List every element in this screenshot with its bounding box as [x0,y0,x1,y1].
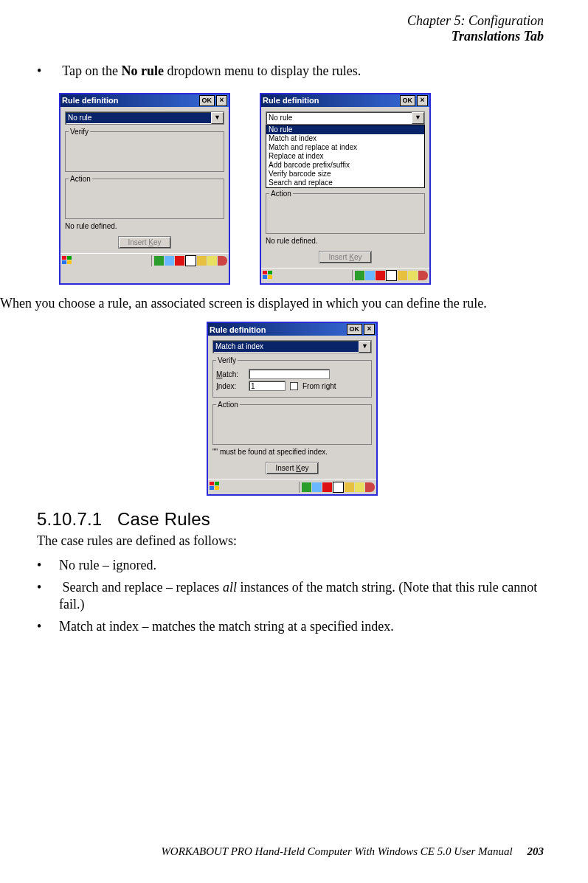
system-tray [352,270,428,281]
status-text: "" must be found at specified index. [212,448,372,456]
tray-icon[interactable] [207,256,217,266]
dropdown-selected: No rule [266,113,412,123]
rule-dropdown[interactable]: Match at index ▼ [212,340,372,353]
rule-dropdown[interactable]: No rule ▼ [266,111,425,125]
taskbar [208,479,376,494]
dropdown-option[interactable]: Verify barcode size [266,170,424,179]
verify-legend: Verify [69,128,90,136]
rule-definition-window-match: Rule definition OK × Match at index ▼ Ve… [207,322,378,496]
action-group: Action [266,190,425,234]
taskbar [261,268,429,283]
window-body: No rule ▼ No rule Match at index Match a… [261,107,429,268]
tray-icon[interactable] [333,482,344,493]
system-tray [151,255,227,266]
close-button[interactable]: × [216,95,227,106]
tray-icon[interactable] [365,271,375,280]
section-title: Case Rules [117,509,210,529]
intro-bold: No rule [121,63,164,78]
intro-post: dropdown menu to display the rules. [164,63,361,78]
chevron-down-icon[interactable]: ▼ [412,112,424,124]
list-item: Match at index – matches the match strin… [59,618,547,635]
tray-icon[interactable] [154,256,164,266]
window-title: Rule definition [210,325,347,334]
from-right-label: From right [302,382,336,390]
tray-icon[interactable] [355,271,364,280]
dropdown-option[interactable]: Add barcode prefix/suffix [266,161,424,170]
tray-icon[interactable] [312,482,322,492]
ok-button[interactable]: OK [347,324,363,335]
tray-icon[interactable] [345,482,354,492]
start-icon[interactable] [62,256,74,266]
start-icon[interactable] [210,482,221,492]
dropdown-selected: Match at index [213,342,359,352]
tray-icon[interactable] [302,482,311,492]
taskbar [60,253,229,269]
tray-icon[interactable] [386,270,397,281]
stylus-icon[interactable] [365,482,375,492]
dropdown-option[interactable]: Match at index [266,134,424,143]
page-header: Chapter 5: Configuration Translations Ta… [407,13,544,44]
chevron-down-icon[interactable]: ▼ [359,341,371,353]
window-body: No rule ▼ Verify Action No rule defined.… [60,107,229,253]
ok-button[interactable]: OK [199,95,215,106]
tray-icon[interactable] [355,482,364,492]
verify-group: Verify Match: Index: 1 From right [212,356,372,398]
verify-group: Verify [65,128,224,172]
list-item: Search and replace – replaces all instan… [59,579,547,612]
case-rules-list: No rule – ignored. Search and replace – … [37,557,547,635]
tray-icon[interactable] [165,256,174,266]
index-input[interactable]: 1 [249,381,286,391]
window-title: Rule definition [263,96,400,105]
match-label: Match: [216,370,244,378]
rule-dropdown[interactable]: No rule ▼ [65,111,224,125]
start-icon[interactable] [263,271,274,281]
section-number: 5.10.7.1 [37,509,102,529]
footer-text: WORKABOUT PRO Hand-Held Computer With Wi… [161,845,512,857]
dropdown-option[interactable]: Replace at index [266,152,424,161]
li2-italic: all [223,580,237,595]
tray-icon[interactable] [185,255,196,266]
dropdown-option[interactable]: No rule [266,125,424,134]
screenshot-row-2: Rule definition OK × Match at index ▼ Ve… [37,322,547,496]
tray-icon[interactable] [197,256,207,266]
stylus-icon[interactable] [418,271,428,280]
ok-button[interactable]: OK [400,95,416,106]
status-text: No rule defined. [266,237,425,245]
verify-legend: Verify [216,356,238,364]
close-button[interactable]: × [364,324,375,335]
close-button[interactable]: × [417,95,428,106]
window-title: Rule definition [62,96,199,105]
tray-icon[interactable] [322,482,332,492]
tray-icon[interactable] [376,271,385,280]
index-label: Index: [216,382,244,390]
chevron-down-icon[interactable]: ▼ [211,112,224,124]
intro-bullets: Tap on the No rule dropdown menu to disp… [37,63,547,80]
stylus-icon[interactable] [218,256,227,266]
dropdown-selected: No rule [66,113,211,123]
insert-key-button[interactable]: Insert Key [266,462,318,474]
list-item: No rule – ignored. [59,557,547,574]
from-right-checkbox[interactable] [290,382,298,390]
dropdown-option[interactable]: Match and replace at index [266,143,424,152]
tray-icon[interactable] [408,271,418,280]
action-legend: Action [216,401,240,409]
system-tray [299,482,375,493]
header-chapter: Chapter 5: Configuration [407,13,544,29]
dropdown-option[interactable]: Search and replace [266,179,424,187]
rule-definition-window-closed: Rule definition OK × No rule ▼ Verify Ac… [59,93,230,285]
match-row: Match: [216,369,368,379]
action-legend: Action [269,190,293,198]
header-section: Translations Tab [407,29,544,44]
match-input[interactable] [249,369,330,379]
insert-key-button[interactable]: Insert Key [319,251,371,263]
action-group: Action [65,175,224,219]
index-row: Index: 1 From right [216,381,368,391]
dropdown-list[interactable]: No rule Match at index Match and replace… [266,125,425,188]
intro-pre: Tap on the [62,63,121,78]
insert-key-button[interactable]: Insert Key [118,236,170,249]
section-heading: 5.10.7.1 Case Rules [37,509,547,530]
page-footer: WORKABOUT PRO Hand-Held Computer With Wi… [0,845,544,858]
tray-icon[interactable] [175,256,184,266]
tray-icon[interactable] [398,271,407,280]
page-content: Tap on the No rule dropdown menu to disp… [37,63,547,641]
